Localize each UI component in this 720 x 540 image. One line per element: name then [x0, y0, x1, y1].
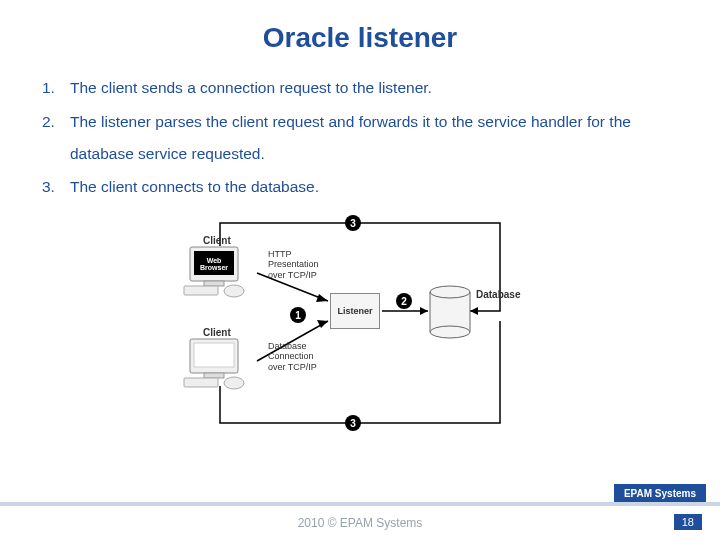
svg-marker-0 — [470, 307, 478, 315]
page-number: 18 — [674, 514, 702, 530]
svg-rect-15 — [184, 378, 218, 387]
badge-3-top: 3 — [345, 215, 361, 231]
list-item: 3. The client connects to the database. — [42, 171, 692, 203]
badge-3-bottom: 3 — [345, 415, 361, 431]
client-bottom-label: Client — [203, 327, 231, 339]
badge-1: 1 — [290, 307, 306, 323]
svg-rect-10 — [184, 286, 218, 295]
footer-bar — [0, 502, 720, 506]
svg-point-16 — [224, 377, 244, 389]
list-text: The client connects to the database. — [70, 171, 692, 203]
svg-marker-2 — [316, 294, 328, 302]
db-conn-label: DatabaseConnectionover TCP/IP — [268, 341, 317, 372]
list-text: The client sends a connection request to… — [70, 72, 692, 104]
badge-2: 2 — [396, 293, 412, 309]
list-number: 1. — [42, 72, 70, 104]
list-text: The listener parses the client request a… — [70, 106, 692, 170]
database-icon — [430, 286, 470, 338]
database-label: Database — [476, 289, 520, 301]
svg-marker-6 — [420, 307, 428, 315]
diagram: Client WebBrowser Client HTTPPresentatio… — [160, 211, 560, 441]
slide-title: Oracle listener — [0, 22, 720, 54]
client-bottom-icon — [184, 339, 244, 389]
footer-brand: EPAM Systems — [614, 484, 706, 502]
svg-rect-9 — [204, 281, 224, 286]
svg-rect-13 — [194, 343, 234, 367]
svg-point-11 — [224, 285, 244, 297]
list-item: 1. The client sends a connection request… — [42, 72, 692, 104]
copyright: 2010 © EPAM Systems — [0, 516, 720, 530]
list-number: 2. — [42, 106, 70, 170]
client-top-label: Client — [203, 235, 231, 247]
web-browser-label: WebBrowser — [197, 255, 231, 274]
list-item: 2. The listener parses the client reques… — [42, 106, 692, 170]
http-label: HTTPPresentationover TCP/IP — [268, 249, 319, 280]
svg-point-24 — [430, 326, 470, 338]
svg-rect-14 — [204, 373, 224, 378]
numbered-list: 1. The client sends a connection request… — [0, 72, 720, 203]
list-number: 3. — [42, 171, 70, 203]
listener-box: Listener — [330, 293, 380, 329]
